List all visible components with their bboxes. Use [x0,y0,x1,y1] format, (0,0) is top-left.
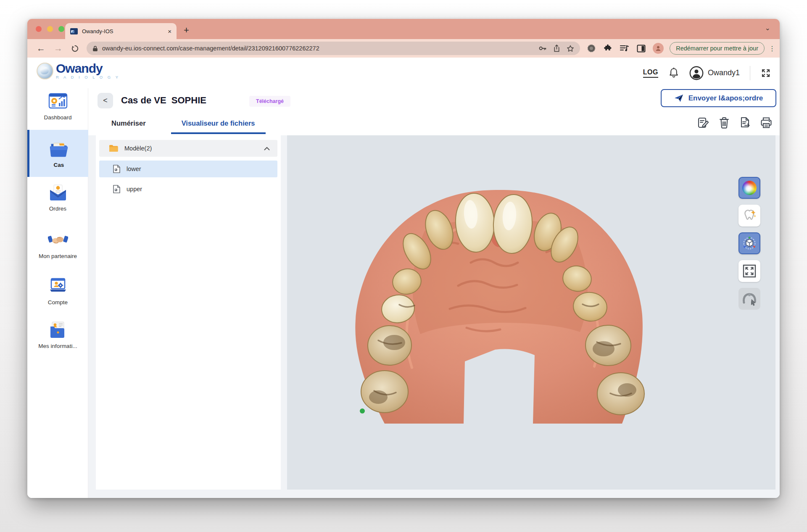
sidebar-item-mon-partenaire[interactable]: Mon partenaire [27,230,88,259]
owandy-logo: Owandy R A D I O L O G Y [37,63,120,79]
tab-close-icon[interactable]: × [168,28,171,35]
jaw-tool-icon [741,292,757,306]
cases-folder-icon [49,139,69,158]
sidebar-item-label: Ordres [49,205,66,212]
edit-icon[interactable] [696,115,711,130]
url-text[interactable]: owandy-eu.ios-connect.com/case-managemen… [102,45,535,52]
zoom-window-button[interactable] [58,26,64,32]
header-divider [750,66,750,80]
collapse-chevron-icon[interactable] [264,147,270,150]
notifications-bell-icon[interactable] [668,67,679,79]
close-window-button[interactable] [36,26,42,32]
color-mode-button[interactable] [738,177,760,199]
print-icon[interactable] [759,115,774,130]
browser-profile-avatar[interactable] [653,43,664,54]
color-wheel-icon [742,181,757,195]
my-info-folder-icon [48,320,68,340]
sidebar-item-ordres[interactable]: Ordres [27,183,88,212]
partner-handshake-icon [48,230,68,250]
dashboard-icon [48,92,68,111]
user-avatar-icon [689,66,704,80]
jaw-select-button [738,288,760,310]
file-label: lower [127,166,141,172]
tab-favicon-icon [70,28,78,34]
dental-3d-model[interactable] [345,181,656,424]
model-viewer-canvas[interactable] [287,135,775,490]
username: Owandy1 [708,68,740,77]
file-tree-panel: Modèle(2) lower [96,135,281,490]
orientation-3d-button[interactable] [738,232,760,254]
sidepanel-icon[interactable] [637,45,646,53]
app-header: Owandy R A D I O L O G Y LOG [27,58,780,88]
lock-icon [92,45,98,52]
extension-globe-icon[interactable] [587,44,596,53]
sidebar-item-compte[interactable]: Compte [27,277,88,306]
owandy-logo-sphere-icon [37,63,53,79]
browser-tabstrip: Owandy-IOS × + ⌄ [27,19,780,39]
bookmark-star-icon[interactable] [567,45,574,52]
status-badge: Téléchargé [249,96,290,107]
cube-3d-icon [742,236,757,251]
send-order-button[interactable]: Envoyer l&apos;ordre [661,89,776,107]
tab-numeriser[interactable]: Numériser [101,113,156,134]
tooth-enhance-button[interactable] [738,205,760,226]
fit-screen-button[interactable] [738,260,760,282]
new-tab-button[interactable]: + [184,26,189,35]
paper-plane-icon [674,94,683,103]
file-actions [696,115,774,130]
export-file-icon[interactable] [738,115,753,130]
extensions-puzzle-icon[interactable] [603,44,612,53]
tooth-sparkle-icon [742,208,757,223]
page-title: Cas de VE SOPHIE [121,95,206,106]
browser-toolbar: ← → owandy-eu.ios-connect.com/case-manag… [27,39,780,58]
sidebar: Dashboard Cas [27,88,88,498]
sidebar-item-label: Mon partenaire [39,253,77,259]
sidebar-item-label: Mes informati... [38,343,77,349]
tab-search-chevron-icon[interactable]: ⌄ [765,24,770,32]
orders-envelope-icon [48,183,68,202]
playlist-icon[interactable] [620,44,630,53]
user-menu[interactable]: Owandy1 [689,66,740,80]
delete-trash-icon[interactable] [717,115,732,130]
minimize-window-button[interactable] [47,26,53,32]
folder-icon [108,144,119,153]
scan-marker-dot [360,408,365,413]
sidebar-item-label: Compte [48,299,68,306]
share-icon[interactable] [554,45,560,52]
window-controls [36,26,64,32]
sidebar-item-dashboard[interactable]: Dashboard [27,92,88,121]
browser-update-button[interactable]: Redémarrer pour mettre à jour [670,42,765,55]
tab-visualiseur-de-fichiers[interactable]: Visualiseur de fichiers [171,113,266,134]
account-laptop-icon [48,277,68,296]
case-tabs: Numériser Visualiseur de fichiers [101,113,266,134]
file-row-upper[interactable]: upper [99,181,277,198]
file-label: upper [127,186,142,192]
browser-back-button[interactable]: ← [37,43,45,53]
browser-window: Owandy-IOS × + ⌄ ← → owandy-eu.ios-conne… [27,19,780,498]
sidebar-item-label: Cas [54,162,64,168]
url-bar[interactable]: owandy-eu.ios-connect.com/case-managemen… [87,42,580,55]
sidebar-item-cas[interactable]: Cas [27,130,88,177]
logo-text: Owandy [56,63,120,74]
folder-label: Modèle(2) [124,145,152,152]
logo-subtext: R A D I O L O G Y [56,75,120,79]
browser-menu-kebab-icon[interactable]: ⋮ [769,45,775,53]
file-row-lower[interactable]: lower [99,161,277,177]
sidebar-item-label: Dashboard [44,114,71,121]
back-button[interactable]: < [98,93,113,108]
model-file-icon [113,164,121,174]
model-file-icon [113,184,121,194]
password-key-icon[interactable] [539,46,547,51]
folder-row-modele[interactable]: Modèle(2) [99,140,277,157]
case-header: < Cas de VE SOPHIE Téléchargé Envoyer l&… [88,88,780,135]
browser-forward-button: → [54,43,63,53]
log-button[interactable]: LOG [643,68,658,78]
expand-icon [742,264,757,278]
browser-reload-button[interactable] [71,45,79,53]
browser-tab[interactable]: Owandy-IOS × [65,23,177,39]
sidebar-item-mes-informations[interactable]: Mes informati... [27,320,88,349]
screenshot-stage: Owandy-IOS × + ⌄ ← → owandy-eu.ios-conne… [0,0,807,532]
tab-title: Owandy-IOS [82,28,164,34]
fullscreen-icon[interactable] [760,68,771,79]
content-area: < Cas de VE SOPHIE Téléchargé Envoyer l&… [88,88,780,498]
